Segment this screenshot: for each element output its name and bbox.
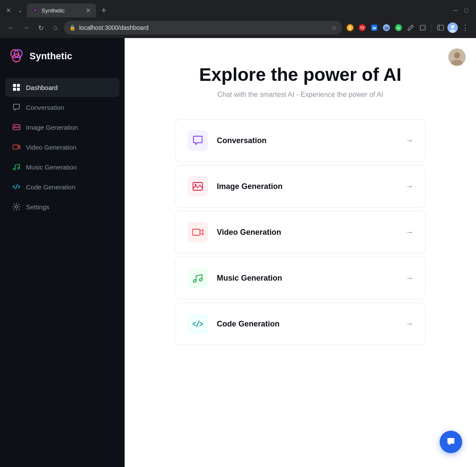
svg-rect-23	[17, 88, 20, 91]
svg-text:🛡: 🛡	[360, 26, 364, 30]
chat-float-button[interactable]	[440, 431, 462, 453]
lock-icon: 🔒	[69, 25, 76, 31]
extension-icon-3[interactable]: W	[369, 22, 380, 33]
url-text: localhost:3000/dashboard	[79, 24, 328, 31]
conversation-card-label: Conversation	[217, 136, 397, 145]
sidebar-logo: Synthetic	[0, 48, 125, 78]
image-generation-card-label: Image Generation	[217, 182, 397, 191]
music-generation-card-icon-wrap	[187, 268, 208, 288]
browser-chrome: ✕ ⌄ Synthetic ✕ + ─ □ ← → ↻ ⌂ 🔒 localh	[0, 0, 476, 38]
window-controls: ─ □	[451, 6, 473, 15]
sidebar-label-image-generation: Image Generation	[26, 124, 78, 131]
svg-rect-22	[13, 88, 16, 91]
minimize-button[interactable]: ─	[451, 6, 460, 15]
music-generation-card-arrow: →	[405, 274, 413, 283]
svg-text:W: W	[373, 26, 376, 30]
forward-button[interactable]: →	[20, 22, 32, 34]
sidebar-label-code-generation: Code Generation	[26, 183, 75, 191]
sidebar-label-dashboard: Dashboard	[26, 84, 58, 91]
hero-section: Explore the power of AI Chat with the sm…	[142, 64, 459, 99]
extension-icon-2[interactable]: 🛡	[357, 22, 367, 33]
sidebar-item-settings[interactable]: Settings	[5, 197, 119, 216]
tab-favicon	[32, 7, 38, 13]
sidebar-item-image-generation[interactable]: Image Generation	[5, 118, 119, 137]
svg-point-19	[13, 54, 20, 62]
nav-divider	[431, 23, 432, 32]
extension-icon-5[interactable]: ⚙	[393, 22, 404, 33]
refresh-button[interactable]: ↻	[35, 22, 47, 34]
home-button[interactable]: ⌂	[49, 22, 61, 34]
settings-icon	[12, 202, 21, 211]
video-generation-card-icon-wrap	[187, 222, 208, 243]
image-generation-card-icon-wrap	[187, 176, 208, 197]
code-generation-card-arrow: →	[405, 320, 413, 329]
feature-card-conversation[interactable]: Conversation →	[175, 119, 426, 162]
tab-dropdown-icon[interactable]: ⌄	[16, 6, 25, 15]
logo-icon	[9, 48, 24, 64]
browser-menu-button[interactable]: ⋮	[460, 22, 471, 33]
sidebar-item-conversation[interactable]: Conversation	[5, 98, 119, 117]
address-bar[interactable]: 🔒 localhost:3000/dashboard ☆	[64, 21, 342, 35]
sidebar-item-music-generation[interactable]: Music Generation	[5, 157, 119, 176]
user-avatar[interactable]	[448, 48, 466, 66]
sidebar-label-settings: Settings	[26, 203, 49, 211]
conversation-card-icon-wrap	[187, 130, 208, 151]
music-generation-icon	[12, 163, 21, 171]
code-generation-icon	[12, 182, 21, 191]
tab-title: Synthetic	[42, 7, 82, 14]
sidebar-toggle-icon[interactable]	[435, 22, 446, 33]
extension-badge-icon[interactable]: 16	[381, 22, 392, 33]
feature-card-code-generation[interactable]: Code Generation →	[175, 303, 426, 345]
bookmark-icon[interactable]: ☆	[331, 24, 337, 31]
svg-rect-12	[437, 25, 444, 30]
app-layout: Synthetic Dashboard	[0, 38, 476, 467]
new-tab-button[interactable]: +	[98, 5, 110, 16]
sidebar-label-conversation: Conversation	[26, 104, 64, 111]
video-generation-card-arrow: →	[405, 228, 413, 237]
tab-bar: ✕ ⌄ Synthetic ✕ + ─ □	[0, 0, 476, 17]
feature-card-video-generation[interactable]: Video Generation →	[175, 211, 426, 253]
svg-point-29	[15, 205, 18, 208]
svg-rect-35	[193, 229, 200, 235]
video-generation-icon	[12, 143, 21, 151]
code-generation-card-icon-wrap	[187, 313, 208, 334]
video-generation-card-label: Video Generation	[217, 228, 397, 237]
feature-card-music-generation[interactable]: Music Generation →	[175, 257, 426, 299]
svg-point-16	[450, 29, 456, 33]
sidebar-label-video-generation: Video Generation	[26, 144, 76, 151]
tab-x-icon[interactable]: ✕	[86, 7, 91, 13]
user-profile-avatar[interactable]	[447, 22, 458, 33]
svg-point-15	[451, 25, 454, 29]
svg-rect-21	[17, 84, 20, 87]
svg-point-36	[193, 280, 196, 282]
main-content: Explore the power of AI Chat with the sm…	[125, 38, 476, 467]
svg-rect-26	[13, 145, 18, 149]
image-generation-icon	[12, 123, 21, 131]
svg-text:⚙: ⚙	[397, 26, 400, 30]
puzzle-icon[interactable]	[418, 22, 428, 33]
logo-text: Synthetic	[29, 51, 72, 62]
features-list: Conversation → Image Generation →	[175, 119, 426, 345]
browser-tab[interactable]: Synthetic ✕	[27, 3, 96, 17]
svg-point-28	[18, 167, 19, 169]
back-button[interactable]: ←	[5, 22, 17, 34]
svg-point-27	[13, 168, 15, 170]
nav-bar: ← → ↻ ⌂ 🔒 localhost:3000/dashboard ☆ ₿ 🛡	[0, 17, 476, 38]
feature-card-image-generation[interactable]: Image Generation →	[175, 165, 426, 208]
edit-icon[interactable]	[405, 22, 416, 33]
svg-point-31	[454, 52, 460, 58]
hero-title: Explore the power of AI	[142, 64, 459, 86]
sidebar-item-video-generation[interactable]: Video Generation	[5, 138, 119, 157]
sidebar-item-dashboard[interactable]: Dashboard	[5, 78, 119, 97]
svg-text:₿: ₿	[349, 26, 351, 30]
music-generation-card-label: Music Generation	[217, 274, 397, 283]
maximize-button[interactable]: □	[462, 6, 471, 15]
svg-text:16: 16	[384, 26, 389, 30]
sidebar: Synthetic Dashboard	[0, 38, 125, 467]
extension-icon-1[interactable]: ₿	[345, 22, 355, 33]
sidebar-item-code-generation[interactable]: Code Generation	[5, 177, 119, 196]
svg-point-37	[199, 278, 202, 281]
tab-close-icon[interactable]: ✕	[3, 5, 14, 16]
hero-subtitle: Chat with the smartest AI - Experience t…	[142, 91, 459, 99]
conversation-card-arrow: →	[405, 136, 413, 145]
